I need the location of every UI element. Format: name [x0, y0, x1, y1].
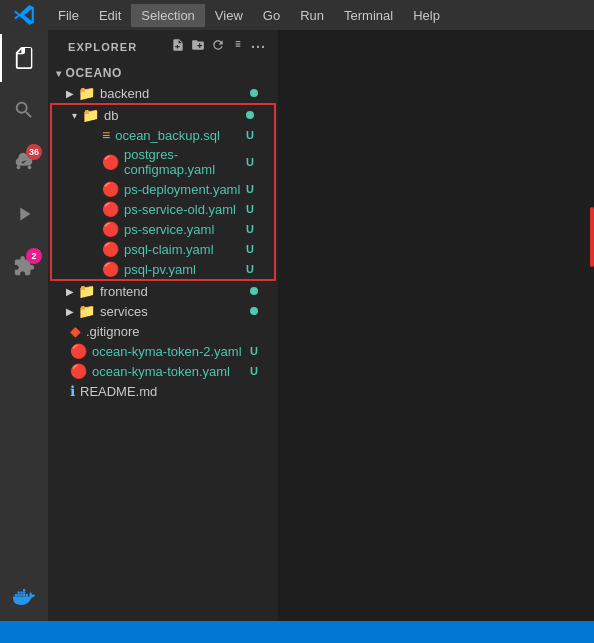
activity-explorer[interactable] — [0, 34, 48, 82]
project-name: OCEANO — [66, 66, 122, 80]
sidebar-header-actions: ··· — [171, 38, 266, 55]
ocean-kyma-name: ocean-kyma-token.yaml — [92, 364, 250, 379]
tree-item-ps-service[interactable]: ▶ 🔴 ps-service.yaml U — [52, 219, 274, 239]
highlighted-db-group: ▾ 📁 db ▶ ≡ ocean_backup.sql U ▶ 🔴 postgr… — [50, 103, 276, 281]
tree-item-postgres-configmap[interactable]: ▶ 🔴 postgres-configmap.yaml U — [52, 145, 274, 179]
services-modified-dot — [250, 307, 258, 315]
tree-item-gitignore[interactable]: ▶ ◆ .gitignore — [48, 321, 278, 341]
new-file-icon[interactable] — [171, 38, 185, 55]
tree-item-ps-service-old[interactable]: ▶ 🔴 ps-service-old.yaml U — [52, 199, 274, 219]
frontend-folder-name: frontend — [100, 284, 250, 299]
more-actions-icon[interactable]: ··· — [251, 39, 266, 55]
ps-service-badge: U — [246, 223, 262, 235]
activity-search[interactable] — [0, 86, 48, 134]
yaml-file-icon-8: 🔴 — [70, 363, 87, 379]
scroll-indicator — [590, 207, 594, 267]
services-folder-name: services — [100, 304, 250, 319]
activity-source-control[interactable]: 36 — [0, 138, 48, 186]
ocean-kyma-badge: U — [250, 365, 266, 377]
gitignore-name: .gitignore — [86, 324, 266, 339]
menubar: File Edit Selection View Go Run Terminal… — [0, 0, 594, 30]
tree-item-ocean-backup[interactable]: ▶ ≡ ocean_backup.sql U — [52, 125, 274, 145]
vscode-logo — [0, 4, 48, 26]
explorer-title: EXPLORER — [68, 41, 137, 53]
yaml-file-icon-5: 🔴 — [102, 241, 119, 257]
frontend-modified-dot — [250, 287, 258, 295]
backend-folder-name: backend — [100, 86, 250, 101]
tree-item-psql-claim[interactable]: ▶ 🔴 psql-claim.yaml U — [52, 239, 274, 259]
postgres-configmap-name: postgres-configmap.yaml — [124, 147, 246, 177]
menu-selection[interactable]: Selection — [131, 4, 204, 27]
yaml-file-icon-3: 🔴 — [102, 201, 119, 217]
project-chevron: ▾ — [56, 68, 62, 79]
db-folder-name: db — [104, 108, 246, 123]
psql-pv-name: psql-pv.yaml — [124, 262, 246, 277]
yaml-file-icon-1: 🔴 — [102, 154, 119, 170]
activity-docker[interactable] — [0, 573, 48, 621]
yaml-file-icon-2: 🔴 — [102, 181, 119, 197]
menu-items: File Edit Selection View Go Run Terminal… — [48, 4, 450, 27]
svg-point-0 — [17, 166, 21, 170]
tree-item-db[interactable]: ▾ 📁 db — [52, 105, 274, 125]
services-folder-icon: 📁 — [78, 303, 95, 319]
activity-run-debug[interactable] — [0, 190, 48, 238]
menu-file[interactable]: File — [48, 4, 89, 27]
editor-area — [278, 30, 594, 621]
backend-modified-dot — [250, 89, 258, 97]
db-modified-dot — [246, 111, 254, 119]
ocean-kyma-2-name: ocean-kyma-token-2.yaml — [92, 344, 250, 359]
tree-item-services[interactable]: ▶ 📁 services — [48, 301, 278, 321]
ocean-backup-badge: U — [246, 129, 262, 141]
menu-edit[interactable]: Edit — [89, 4, 131, 27]
ocean-backup-name: ocean_backup.sql — [115, 128, 246, 143]
ps-deployment-badge: U — [246, 183, 262, 195]
yaml-file-icon-4: 🔴 — [102, 221, 119, 237]
sidebar: EXPLORER — [48, 30, 278, 621]
backend-chevron: ▶ — [64, 88, 76, 99]
refresh-icon[interactable] — [211, 38, 225, 55]
postgres-configmap-badge: U — [246, 156, 262, 168]
main-layout: 36 2 EXPLORER — [0, 30, 594, 621]
ps-service-name: ps-service.yaml — [124, 222, 246, 237]
ps-service-old-name: ps-service-old.yaml — [124, 202, 246, 217]
backend-folder-icon: 📁 — [78, 85, 95, 101]
extensions-badge: 2 — [26, 248, 42, 264]
menu-help[interactable]: Help — [403, 4, 450, 27]
services-chevron: ▶ — [64, 306, 76, 317]
menu-run[interactable]: Run — [290, 4, 334, 27]
psql-claim-badge: U — [246, 243, 262, 255]
new-folder-icon[interactable] — [191, 38, 205, 55]
ps-service-old-badge: U — [246, 203, 262, 215]
tree-item-frontend[interactable]: ▶ 📁 frontend — [48, 281, 278, 301]
frontend-folder-icon: 📁 — [78, 283, 95, 299]
ps-deployment-name: ps-deployment.yaml — [124, 182, 246, 197]
activity-bar: 36 2 — [0, 30, 48, 621]
yaml-file-icon-7: 🔴 — [70, 343, 87, 359]
tree-item-ocean-kyma[interactable]: ▶ 🔴 ocean-kyma-token.yaml U — [48, 361, 278, 381]
svg-point-2 — [28, 166, 32, 170]
activity-extensions[interactable]: 2 — [0, 242, 48, 290]
yaml-file-icon-6: 🔴 — [102, 261, 119, 277]
status-bar — [0, 621, 594, 643]
readme-name: README.md — [80, 384, 266, 399]
tree-item-readme[interactable]: ▶ ℹ README.md — [48, 381, 278, 401]
collapse-all-icon[interactable] — [231, 38, 245, 55]
frontend-chevron: ▶ — [64, 286, 76, 297]
tree-item-ocean-kyma-2[interactable]: ▶ 🔴 ocean-kyma-token-2.yaml U — [48, 341, 278, 361]
project-root[interactable]: ▾ OCEANO — [48, 63, 278, 83]
tree-item-ps-deployment[interactable]: ▶ 🔴 ps-deployment.yaml U — [52, 179, 274, 199]
psql-pv-badge: U — [246, 263, 262, 275]
sidebar-header: EXPLORER — [48, 30, 278, 63]
menu-terminal[interactable]: Terminal — [334, 4, 403, 27]
tree-item-psql-pv[interactable]: ▶ 🔴 psql-pv.yaml U — [52, 259, 274, 279]
ocean-kyma-2-badge: U — [250, 345, 266, 357]
sql-file-icon: ≡ — [102, 127, 110, 143]
db-folder-icon: 📁 — [82, 107, 99, 123]
tree-item-backend[interactable]: ▶ 📁 backend — [48, 83, 278, 103]
menu-go[interactable]: Go — [253, 4, 290, 27]
source-control-badge: 36 — [26, 144, 42, 160]
db-chevron: ▾ — [68, 110, 80, 121]
psql-claim-name: psql-claim.yaml — [124, 242, 246, 257]
menu-view[interactable]: View — [205, 4, 253, 27]
gitignore-file-icon: ◆ — [70, 323, 81, 339]
